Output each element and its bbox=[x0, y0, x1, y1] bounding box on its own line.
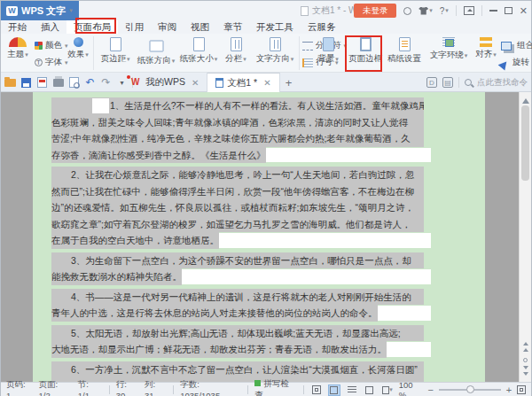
background-button[interactable]: 背景▾ bbox=[313, 35, 343, 65]
find-command-input[interactable]: 点此查找命令 bbox=[477, 77, 528, 89]
doc-recover-icon[interactable]: D bbox=[426, 77, 437, 88]
next-page-button[interactable] bbox=[520, 367, 530, 377]
tab-insert[interactable]: 插入 bbox=[34, 20, 66, 34]
text-line[interactable]: 5、太阳无语，却放射出光辉;高山无语，却体现出巍峨;蓝天无语，却显露出高远; bbox=[51, 325, 424, 342]
print-button[interactable] bbox=[52, 77, 64, 88]
sync-icon[interactable] bbox=[403, 7, 411, 15]
text-line[interactable]: 1、生活是什么?不一样的人有不一样的看法。有人说生活如酒。童年就像鸡尾酒， bbox=[51, 97, 424, 114]
read-view-button[interactable]: ▾ bbox=[381, 384, 394, 396]
vertical-scrollbar[interactable] bbox=[519, 92, 531, 382]
effects-button[interactable]: 效果▾ bbox=[65, 35, 91, 60]
skin-icon[interactable]: ▾ bbox=[419, 7, 433, 15]
status-column: 列: 31 bbox=[145, 379, 167, 396]
text-line[interactable]: 大地无语，却显示出广博；鲜花无语，却散发出芬芳；青春无语，却散发出活力。 bbox=[51, 341, 431, 358]
login-button[interactable]: 未登录 bbox=[354, 4, 396, 18]
open-button[interactable] bbox=[4, 77, 16, 88]
close-tab-icon[interactable]: ✕ bbox=[263, 78, 270, 88]
doc-tab-icon bbox=[215, 78, 223, 88]
export-button[interactable] bbox=[36, 77, 48, 88]
text-direction-button[interactable]: 文字方向▾ bbox=[253, 35, 297, 65]
wps-app-button[interactable]: W WPS 文字 ▾ bbox=[1, 1, 79, 20]
zoom-out-button[interactable]: − bbox=[428, 385, 434, 395]
zoom-slider[interactable] bbox=[439, 389, 501, 391]
group-icon bbox=[501, 42, 512, 50]
web-view-button[interactable] bbox=[364, 384, 376, 396]
text-line[interactable]: 6、一方净土，沉默不言中不忘了留一点空白，让人渲染出“大漠孤烟直，长河落日圆” bbox=[51, 361, 424, 378]
tab-dev-tools[interactable]: 开发工具 bbox=[249, 20, 301, 34]
wrap-icon bbox=[442, 37, 455, 48]
tab-section[interactable]: 章节 bbox=[216, 20, 249, 34]
text-line[interactable]: 然而已”;让我在忙碌中，能够偷得浮生半日闲，欣赏一段“他年傍得蟾宫客，不在梅边在… bbox=[51, 183, 424, 200]
colors-button[interactable]: 颜色▾ bbox=[35, 39, 68, 52]
font-button[interactable]: T字体▾ bbox=[35, 56, 68, 69]
scroll-up-icon[interactable] bbox=[522, 95, 529, 104]
panel-toggle-icon[interactable]: ▤ bbox=[442, 77, 453, 88]
help-icon[interactable]: ?▾ bbox=[440, 6, 449, 16]
text-line[interactable]: 2、让我在心烦意乱之际，能够冷静地思考，吟上一句“人生天地间，若白驹过隙，忽 bbox=[51, 167, 424, 183]
document-page[interactable]: 1、生活是什么?不一样的人有不一样的看法。有人说生活如酒。童年就像鸡尾酒， 色彩… bbox=[33, 92, 485, 382]
print-preview-button[interactable] bbox=[68, 77, 80, 88]
close-tab-icon[interactable]: ✕ bbox=[192, 78, 199, 88]
margins-button[interactable]: 页边距▾ bbox=[97, 35, 134, 65]
redo-button[interactable]: ↷ bbox=[100, 77, 112, 88]
text-line[interactable]: 在属于自我的空白天地中，诗意地栖居。 bbox=[51, 232, 431, 249]
previous-page-button[interactable] bbox=[520, 340, 530, 351]
undo-button[interactable]: ↶ bbox=[84, 77, 96, 88]
text-block: 1、生活是什么?不一样的人有不一样的看法。有人说生活如酒。童年就像鸡尾酒， 色彩… bbox=[51, 97, 431, 382]
wps-w-icon: W bbox=[131, 78, 142, 87]
divider bbox=[173, 385, 174, 394]
fullscreen-view-button[interactable] bbox=[310, 384, 323, 396]
paper-setup-button[interactable]: 稿纸设置 bbox=[386, 35, 423, 65]
spell-check-status[interactable]: 拼写检查 bbox=[254, 378, 297, 396]
restore-up-icon[interactable] bbox=[464, 6, 474, 15]
text-line[interactable]: 苦涩;中年就像烈性酒，纯净无色，辛辣之味使你五脏六腑都会灼热;老年就像葡萄酒，久 bbox=[51, 130, 424, 147]
text-line[interactable]: 歌窈窕之章”;如守着瓦尔登湖的梭罗，如遥望乞力马扎罗之雪的海明威。他们都是诗人， bbox=[51, 216, 424, 233]
columns-button[interactable]: 分栏▾ bbox=[221, 35, 251, 65]
text-direction-icon bbox=[270, 37, 281, 51]
tab-home[interactable]: 开始 bbox=[1, 20, 34, 34]
paper-size-icon bbox=[193, 37, 205, 51]
paper-size-button[interactable]: 纸张大小▾ bbox=[178, 35, 219, 65]
text-line[interactable]: 存弥香，滴滴让你感受到香中之醇。《生活是什么》 bbox=[51, 147, 431, 164]
tab-my-wps[interactable]: W 我的WPS ✕ bbox=[123, 73, 207, 92]
zoom-level: 100 % bbox=[399, 380, 423, 396]
rotate-button[interactable]: 旋转▾ bbox=[501, 56, 532, 69]
tab-row: ↶ ↷ ▾ W 我的WPS ✕ 文档1 * ✕ + D ▤ 点此查找命令 bbox=[1, 73, 531, 92]
orientation-icon bbox=[149, 41, 163, 52]
text-line[interactable]: 青年人的中选，这是行将去休息的站岗人对走来接替他的岗位的站岗人的命令。 bbox=[51, 305, 431, 322]
tab-review[interactable]: 审阅 bbox=[151, 20, 184, 34]
orientation-button[interactable]: 纸张方向▾ bbox=[136, 35, 176, 66]
fit-page-button[interactable] bbox=[517, 385, 526, 394]
theme-icon bbox=[9, 37, 27, 47]
save-button[interactable] bbox=[20, 77, 32, 88]
wps-window: W WPS 文字 ▾ 文档1 * - WPS 文字 未登录 ▾ ?▾ ✕ 开始 … bbox=[0, 0, 532, 396]
close-icon[interactable]: ✕ bbox=[520, 6, 528, 16]
zoom-in-button[interactable]: + bbox=[506, 385, 512, 395]
divider bbox=[303, 385, 304, 394]
wrap-button[interactable]: 文字环绕▾ bbox=[426, 35, 471, 61]
status-word-count[interactable]: 字数: 1035/1035 bbox=[180, 379, 241, 396]
text-line[interactable]: 色彩斑斓，甜美之味令人回味;青年就像冰镇的啤酒，色彩浓黑，清凉的同时又让人觉得 bbox=[51, 114, 424, 131]
spell-check-icon bbox=[254, 380, 261, 386]
text-line[interactable]: 边”的还魂爱情。如五柳先生，怀良辰以孤往，或植杖而耘籽;如东坡先生，“颂明月之诗… bbox=[51, 199, 424, 216]
group-button[interactable]: 组合▾ bbox=[501, 39, 532, 52]
select-browse-object-button[interactable] bbox=[520, 354, 530, 365]
new-tab-button[interactable]: + bbox=[280, 73, 298, 92]
paragraph: 3、为生命留下一点空白，为这个骄躁不安的世界留一点空白，哪怕只是一点点，却 能挽… bbox=[51, 252, 431, 285]
maximize-icon[interactable] bbox=[505, 7, 512, 14]
open-folder-icon bbox=[4, 79, 16, 87]
tab-document1[interactable]: 文档1 * ✕ bbox=[207, 73, 279, 92]
zoom-slider-handle[interactable] bbox=[466, 385, 474, 393]
text-line[interactable]: 3、为生命留下一点空白，为这个骄躁不安的世界留一点空白，哪怕只是一点点，却 bbox=[51, 252, 424, 269]
tab-cloud[interactable]: 云服务 bbox=[301, 20, 343, 34]
minimize-icon[interactable] bbox=[489, 10, 497, 12]
tab-references[interactable]: 引用 bbox=[118, 20, 151, 34]
page-view-button[interactable] bbox=[328, 384, 340, 396]
scrollbar-thumb[interactable] bbox=[521, 105, 529, 181]
outline-view-button[interactable] bbox=[346, 384, 358, 396]
tab-view[interactable]: 视图 bbox=[184, 20, 216, 34]
text-line[interactable]: 4、书——这是一代对另一代精神上的遗训，这是行将就木的老人对刚刚开始生活的 bbox=[51, 289, 424, 306]
theme-button[interactable]: 主题▾ bbox=[3, 35, 33, 60]
text-line[interactable]: 能挽救无数溺水的精神失陷者。 bbox=[51, 268, 431, 285]
align-button[interactable]: 对齐▾ bbox=[473, 35, 499, 60]
